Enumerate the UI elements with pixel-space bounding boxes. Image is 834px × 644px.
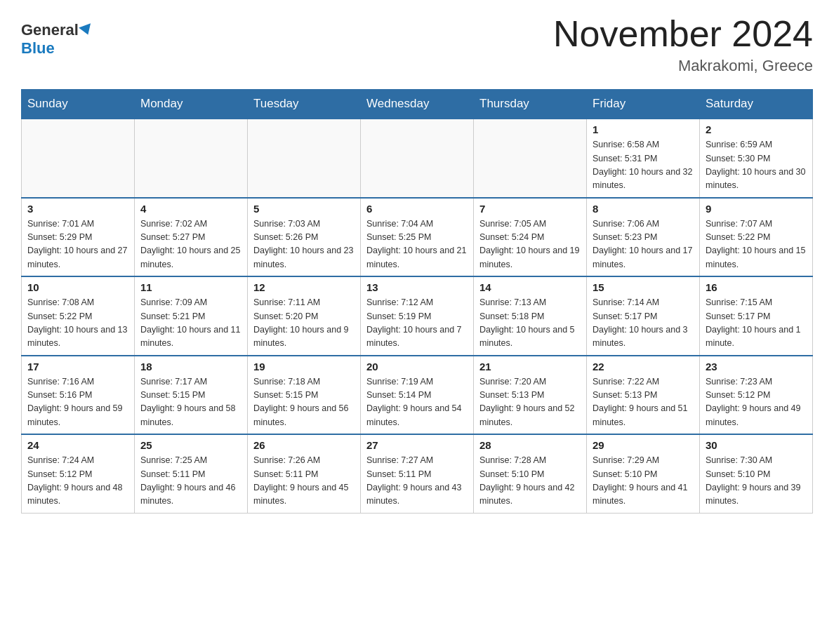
day-number: 15 <box>593 281 694 293</box>
calendar-cell: 29Sunrise: 7:29 AM Sunset: 5:10 PM Dayli… <box>587 434 700 513</box>
day-number: 13 <box>366 281 468 293</box>
calendar-cell: 17Sunrise: 7:16 AM Sunset: 5:16 PM Dayli… <box>22 356 135 435</box>
calendar-cell: 19Sunrise: 7:18 AM Sunset: 5:15 PM Dayli… <box>248 356 361 435</box>
day-number: 23 <box>706 361 807 373</box>
header-tuesday: Tuesday <box>248 90 361 119</box>
calendar-cell: 5Sunrise: 7:03 AM Sunset: 5:26 PM Daylig… <box>248 198 361 277</box>
day-number: 26 <box>253 439 355 451</box>
day-sun-info: Sunrise: 7:25 AM Sunset: 5:11 PM Dayligh… <box>140 454 241 509</box>
calendar-cell: 25Sunrise: 7:25 AM Sunset: 5:11 PM Dayli… <box>135 434 248 513</box>
day-number: 9 <box>706 203 807 215</box>
calendar-cell: 21Sunrise: 7:20 AM Sunset: 5:13 PM Dayli… <box>474 356 587 435</box>
day-sun-info: Sunrise: 7:24 AM Sunset: 5:12 PM Dayligh… <box>27 454 128 509</box>
day-sun-info: Sunrise: 7:27 AM Sunset: 5:11 PM Dayligh… <box>366 454 468 509</box>
day-number: 2 <box>706 123 807 135</box>
day-sun-info: Sunrise: 7:01 AM Sunset: 5:29 PM Dayligh… <box>27 217 128 272</box>
calendar-cell: 13Sunrise: 7:12 AM Sunset: 5:19 PM Dayli… <box>361 276 474 356</box>
calendar-cell: 8Sunrise: 7:06 AM Sunset: 5:23 PM Daylig… <box>587 198 700 277</box>
day-number: 3 <box>27 203 128 215</box>
day-sun-info: Sunrise: 7:19 AM Sunset: 5:14 PM Dayligh… <box>366 375 468 430</box>
calendar-cell: 1Sunrise: 6:58 AM Sunset: 5:31 PM Daylig… <box>587 119 700 198</box>
logo-general: General <box>21 21 79 39</box>
day-sun-info: Sunrise: 7:23 AM Sunset: 5:12 PM Dayligh… <box>706 375 807 430</box>
day-number: 5 <box>253 203 355 215</box>
logo-text-row2: Blue <box>21 39 55 58</box>
page-header: General Blue November 2024 Makrakomi, Gr… <box>21 14 813 75</box>
calendar-cell: 27Sunrise: 7:27 AM Sunset: 5:11 PM Dayli… <box>361 434 474 513</box>
day-sun-info: Sunrise: 7:02 AM Sunset: 5:27 PM Dayligh… <box>140 217 241 272</box>
day-number: 11 <box>140 281 241 293</box>
header-thursday: Thursday <box>474 90 587 119</box>
day-number: 1 <box>593 123 694 135</box>
day-sun-info: Sunrise: 7:22 AM Sunset: 5:13 PM Dayligh… <box>593 375 694 430</box>
header-friday: Friday <box>587 90 700 119</box>
calendar-cell: 23Sunrise: 7:23 AM Sunset: 5:12 PM Dayli… <box>700 356 813 435</box>
day-number: 27 <box>366 439 468 451</box>
day-sun-info: Sunrise: 7:09 AM Sunset: 5:21 PM Dayligh… <box>140 296 241 351</box>
calendar-cell: 6Sunrise: 7:04 AM Sunset: 5:25 PM Daylig… <box>361 198 474 277</box>
calendar-cell: 26Sunrise: 7:26 AM Sunset: 5:11 PM Dayli… <box>248 434 361 513</box>
day-number: 7 <box>479 203 581 215</box>
calendar-week-row: 1Sunrise: 6:58 AM Sunset: 5:31 PM Daylig… <box>22 119 813 198</box>
calendar-cell: 22Sunrise: 7:22 AM Sunset: 5:13 PM Dayli… <box>587 356 700 435</box>
day-number: 14 <box>479 281 581 293</box>
calendar-cell: 10Sunrise: 7:08 AM Sunset: 5:22 PM Dayli… <box>22 276 135 356</box>
calendar-title: November 2024 <box>553 14 813 54</box>
day-sun-info: Sunrise: 7:28 AM Sunset: 5:10 PM Dayligh… <box>479 454 581 509</box>
calendar-week-row: 24Sunrise: 7:24 AM Sunset: 5:12 PM Dayli… <box>22 434 813 513</box>
calendar-cell: 3Sunrise: 7:01 AM Sunset: 5:29 PM Daylig… <box>22 198 135 277</box>
calendar-cell: 12Sunrise: 7:11 AM Sunset: 5:20 PM Dayli… <box>248 276 361 356</box>
logo: General Blue <box>21 21 93 58</box>
day-number: 22 <box>593 361 694 373</box>
calendar-week-row: 17Sunrise: 7:16 AM Sunset: 5:16 PM Dayli… <box>22 356 813 435</box>
calendar-cell: 16Sunrise: 7:15 AM Sunset: 5:17 PM Dayli… <box>700 276 813 356</box>
day-sun-info: Sunrise: 7:16 AM Sunset: 5:16 PM Dayligh… <box>27 375 128 430</box>
day-number: 12 <box>253 281 355 293</box>
calendar-cell: 28Sunrise: 7:28 AM Sunset: 5:10 PM Dayli… <box>474 434 587 513</box>
day-sun-info: Sunrise: 7:04 AM Sunset: 5:25 PM Dayligh… <box>366 217 468 272</box>
day-number: 20 <box>366 361 468 373</box>
day-number: 25 <box>140 439 241 451</box>
day-sun-info: Sunrise: 7:11 AM Sunset: 5:20 PM Dayligh… <box>253 296 355 351</box>
calendar-cell: 30Sunrise: 7:30 AM Sunset: 5:10 PM Dayli… <box>700 434 813 513</box>
day-sun-info: Sunrise: 6:58 AM Sunset: 5:31 PM Dayligh… <box>593 138 694 193</box>
day-sun-info: Sunrise: 7:26 AM Sunset: 5:11 PM Dayligh… <box>253 454 355 509</box>
day-number: 4 <box>140 203 241 215</box>
day-number: 6 <box>366 203 468 215</box>
day-sun-info: Sunrise: 7:03 AM Sunset: 5:26 PM Dayligh… <box>253 217 355 272</box>
calendar-cell: 9Sunrise: 7:07 AM Sunset: 5:22 PM Daylig… <box>700 198 813 277</box>
day-number: 8 <box>593 203 694 215</box>
day-number: 28 <box>479 439 581 451</box>
day-number: 21 <box>479 361 581 373</box>
day-sun-info: Sunrise: 7:12 AM Sunset: 5:19 PM Dayligh… <box>366 296 468 351</box>
day-sun-info: Sunrise: 7:20 AM Sunset: 5:13 PM Dayligh… <box>479 375 581 430</box>
day-number: 16 <box>706 281 807 293</box>
day-sun-info: Sunrise: 7:15 AM Sunset: 5:17 PM Dayligh… <box>706 296 807 351</box>
header-wednesday: Wednesday <box>361 90 474 119</box>
header-monday: Monday <box>135 90 248 119</box>
day-number: 17 <box>27 361 128 373</box>
calendar-cell <box>474 119 587 198</box>
day-sun-info: Sunrise: 7:17 AM Sunset: 5:15 PM Dayligh… <box>140 375 241 430</box>
logo-blue: Blue <box>21 39 55 58</box>
day-sun-info: Sunrise: 7:08 AM Sunset: 5:22 PM Dayligh… <box>27 296 128 351</box>
header-sunday: Sunday <box>22 90 135 119</box>
header-saturday: Saturday <box>700 90 813 119</box>
calendar-cell <box>135 119 248 198</box>
day-number: 29 <box>593 439 694 451</box>
calendar-table: Sunday Monday Tuesday Wednesday Thursday… <box>21 89 813 514</box>
day-number: 10 <box>27 281 128 293</box>
calendar-week-row: 10Sunrise: 7:08 AM Sunset: 5:22 PM Dayli… <box>22 276 813 356</box>
day-number: 30 <box>706 439 807 451</box>
day-sun-info: Sunrise: 7:14 AM Sunset: 5:17 PM Dayligh… <box>593 296 694 351</box>
calendar-cell: 15Sunrise: 7:14 AM Sunset: 5:17 PM Dayli… <box>587 276 700 356</box>
calendar-cell: 4Sunrise: 7:02 AM Sunset: 5:27 PM Daylig… <box>135 198 248 277</box>
calendar-header-row: Sunday Monday Tuesday Wednesday Thursday… <box>22 90 813 119</box>
calendar-cell: 24Sunrise: 7:24 AM Sunset: 5:12 PM Dayli… <box>22 434 135 513</box>
day-sun-info: Sunrise: 7:30 AM Sunset: 5:10 PM Dayligh… <box>706 454 807 509</box>
day-sun-info: Sunrise: 6:59 AM Sunset: 5:30 PM Dayligh… <box>706 138 807 193</box>
calendar-subtitle: Makrakomi, Greece <box>553 57 813 75</box>
logo-text-row1: General <box>21 21 93 39</box>
day-sun-info: Sunrise: 7:13 AM Sunset: 5:18 PM Dayligh… <box>479 296 581 351</box>
calendar-cell <box>361 119 474 198</box>
